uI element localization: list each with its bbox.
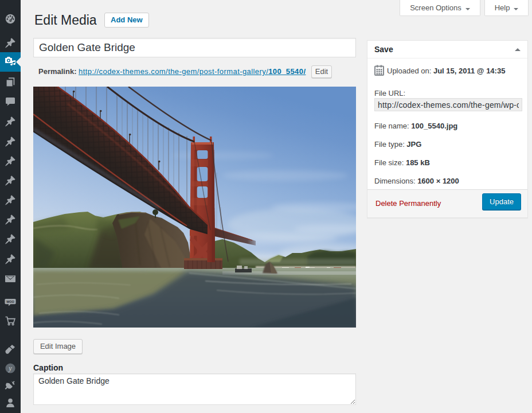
- svg-text:WOO: WOO: [6, 300, 14, 303]
- svg-text:y: y: [8, 364, 12, 372]
